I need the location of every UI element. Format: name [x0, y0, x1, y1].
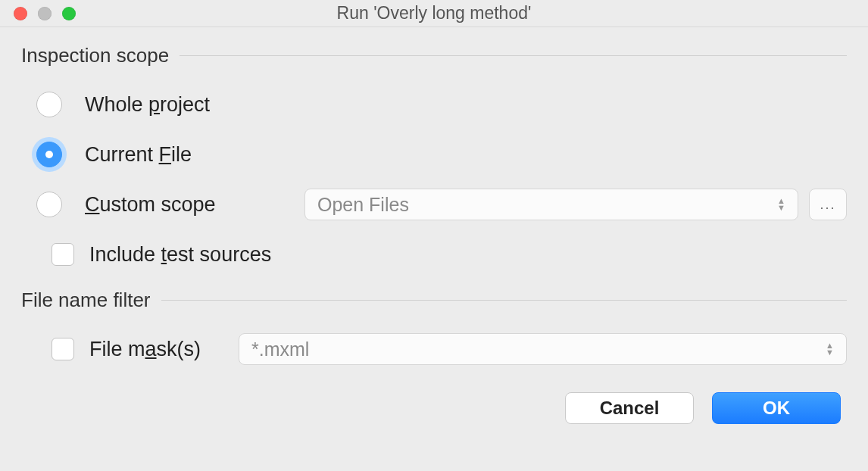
custom-scope-option[interactable]: Custom scope Open Files ▲▼ ...: [36, 186, 847, 223]
custom-scope-radio[interactable]: [36, 192, 62, 217]
file-name-filter-section: File name filter File mask(s) *.mxml ▲▼: [21, 289, 847, 368]
custom-scope-label: Custom scope: [85, 193, 259, 217]
custom-scope-browse-button[interactable]: ...: [809, 189, 847, 220]
minimize-window-button[interactable]: [38, 7, 52, 20]
dialog-buttons: Cancel OK: [21, 392, 847, 424]
stepper-icon: ▲▼: [826, 342, 834, 356]
traffic-lights: [14, 7, 76, 20]
custom-scope-dropdown-value: Open Files: [317, 194, 409, 216]
file-name-filter-label: File name filter: [21, 289, 151, 312]
custom-scope-dropdown[interactable]: Open Files ▲▼: [304, 189, 798, 220]
dialog-content: Inspection scope Whole project Current F…: [0, 27, 868, 424]
current-file-radio[interactable]: [36, 142, 62, 167]
inspection-scope-header: Inspection scope: [21, 44, 847, 67]
window-title: Run 'Overly long method': [337, 3, 532, 23]
file-mask-label: File mask(s): [89, 338, 201, 361]
whole-project-radio[interactable]: [36, 92, 62, 117]
include-test-sources-option[interactable]: Include test sources: [52, 236, 847, 273]
current-file-label: Current File: [85, 143, 192, 167]
file-mask-dropdown[interactable]: *.mxml ▲▼: [239, 333, 847, 365]
file-mask-option[interactable]: File mask(s) *.mxml ▲▼: [52, 330, 847, 368]
include-test-sources-checkbox[interactable]: [52, 243, 74, 266]
current-file-option[interactable]: Current File: [36, 136, 847, 173]
maximize-window-button[interactable]: [62, 7, 76, 20]
divider: [180, 55, 847, 56]
file-mask-checkbox[interactable]: [52, 338, 74, 360]
ok-button[interactable]: OK: [712, 392, 841, 424]
close-window-button[interactable]: [14, 7, 27, 20]
divider: [161, 300, 848, 301]
stepper-icon: ▲▼: [777, 198, 785, 211]
titlebar: Run 'Overly long method': [0, 0, 868, 27]
file-name-filter-header: File name filter: [21, 289, 847, 312]
whole-project-option[interactable]: Whole project: [36, 86, 847, 123]
whole-project-label: Whole project: [85, 93, 210, 117]
inspection-scope-label: Inspection scope: [21, 44, 169, 67]
ellipsis-icon: ...: [820, 197, 835, 213]
include-test-sources-label: Include test sources: [89, 243, 271, 267]
cancel-button[interactable]: Cancel: [565, 392, 694, 424]
file-mask-value: *.mxml: [251, 338, 309, 360]
